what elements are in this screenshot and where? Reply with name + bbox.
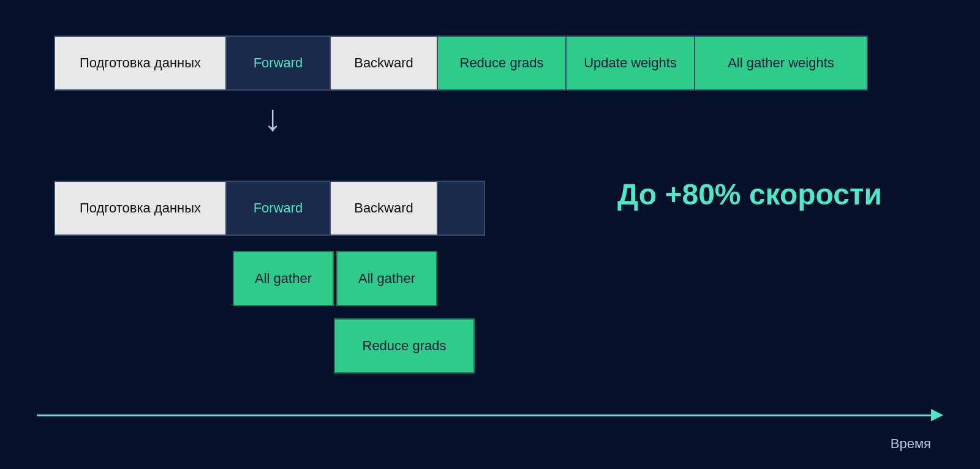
reduce-grads-block: Reduce grads <box>334 318 475 373</box>
time-label: Время <box>891 436 931 452</box>
diagram-container: Подготовка данных Forward Backward Reduc… <box>0 0 980 469</box>
prepare-label: Подготовка данных <box>80 55 201 71</box>
update-weights-label: Update weights <box>584 55 677 71</box>
block-forward-2: Forward <box>227 182 331 234</box>
timeline <box>37 409 943 421</box>
block-prepare-2: Подготовка данных <box>55 182 227 234</box>
top-row: Подготовка данных Forward Backward Reduc… <box>54 36 868 91</box>
block-reduce-grads: Reduce grads <box>438 37 567 89</box>
block-small-dark <box>438 182 484 234</box>
reduce-grads-overlap-label: Reduce grads <box>363 338 447 354</box>
timeline-arrow-icon <box>931 409 943 421</box>
all-gather-2-label: All gather <box>358 271 415 287</box>
bottom-row: Подготовка данных Forward Backward <box>54 181 485 236</box>
block-backward: Backward <box>331 37 438 89</box>
all-gather-1-label: All gather <box>255 271 312 287</box>
overlap-area: All gather All gather Reduce grads <box>233 251 437 306</box>
prepare2-label: Подготовка данных <box>80 200 201 216</box>
block-all-gather-weights: All gather weights <box>695 37 867 89</box>
backward2-label: Backward <box>354 200 413 216</box>
timeline-line <box>37 415 931 416</box>
all-gather-block-1: All gather <box>233 251 334 306</box>
backward-label: Backward <box>354 55 413 71</box>
arrow-down-icon: ↓ <box>263 100 282 137</box>
block-forward: Forward <box>227 37 331 89</box>
all-gather-weights-label: All gather weights <box>728 55 834 71</box>
reduce-grads-label: Reduce grads <box>460 55 544 71</box>
gather-row: All gather All gather <box>233 251 437 306</box>
forward2-label: Forward <box>254 200 303 216</box>
forward-label: Forward <box>254 55 303 71</box>
block-backward-2: Backward <box>331 182 438 234</box>
all-gather-block-2: All gather <box>336 251 437 306</box>
block-update-weights: Update weights <box>567 37 695 89</box>
block-prepare: Подготовка данных <box>55 37 227 89</box>
speed-text: До +80% скорости <box>617 178 882 211</box>
